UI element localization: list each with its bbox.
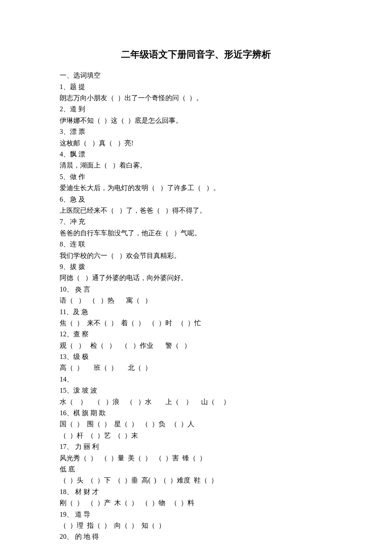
- item-header: 1、题 提: [60, 81, 332, 92]
- item-number: 20、: [60, 533, 73, 540]
- item-label: 道 导: [73, 511, 90, 518]
- item-header: 20、 的 地 得: [60, 531, 332, 542]
- page-title: 二年级语文下册同音字、形近字辨析: [60, 47, 332, 62]
- item-header: 2、道 到: [60, 104, 332, 115]
- item-header: 19、 道 导: [60, 509, 332, 520]
- item-header: 10、 炎 言: [60, 284, 332, 295]
- item-sentence: 这枚邮（ ）真（ ）亮!: [60, 138, 332, 149]
- item-sentence: 高（ ） 班（ ） 北（ ）: [60, 362, 332, 373]
- item-sentence: 爸爸的自行车车胎没气了，他正在（ ）气呢。: [60, 228, 332, 239]
- item-label: 棋 旗 期 欺: [73, 409, 106, 416]
- item-label: 做 作: [70, 173, 85, 180]
- item-label: 冲 充: [70, 218, 85, 225]
- item-number: 8、: [60, 240, 70, 248]
- item-sentence: 清晨，湖面上（ ）着白雾。: [60, 160, 332, 171]
- item-sentence: 伊琳娜不知（ ）这（ ）底是怎么回事。: [60, 115, 332, 126]
- item-label: 飘 漂: [70, 150, 85, 158]
- item-label: 及 急: [73, 308, 88, 315]
- item-header: 18、 材 财 才: [60, 486, 332, 497]
- item-label: 连 联: [70, 240, 85, 248]
- item-label: 炎 言: [73, 286, 90, 293]
- item-sentence: 低 底: [60, 464, 332, 475]
- item-label: 级 极: [73, 353, 89, 360]
- item-sentence: 观（ ） 检（ ） （ ）作业 警（ ）: [60, 340, 332, 351]
- item-header: 12、查 察: [60, 329, 332, 340]
- item-header: 4、飘 漂: [60, 149, 332, 160]
- item-number: 11、: [60, 308, 73, 315]
- item-header: 7、冲 充: [60, 216, 332, 227]
- item-header: 17、 力 丽 利: [60, 441, 332, 452]
- item-label: 泼 坡 波: [73, 387, 97, 394]
- item-label: 道 到: [70, 105, 85, 113]
- item-header: 11、及 急: [60, 306, 332, 318]
- item-header: 14、: [60, 374, 332, 385]
- item-number: 3、: [60, 128, 70, 135]
- item-sentence: （ ）理 指（ ） 向（ ） 知（ ）: [60, 520, 332, 531]
- item-header: 15、泼 坡 波: [60, 385, 332, 396]
- item-number: 6、: [60, 196, 70, 203]
- item-number: 18、: [60, 488, 73, 495]
- item-sentence: 我们学校的六一（ ）欢会节目真精彩。: [60, 250, 332, 261]
- item-label: 的 地 得: [73, 533, 99, 540]
- item-sentence: 水（ ） （ ）浪 （ ）水 上（ ） 山（ ）: [60, 396, 332, 408]
- item-sentence: 朗志万向小朋友（ ）出了一个奇怪的问（ ）。: [60, 92, 332, 104]
- item-header: 3、漂 票: [60, 126, 332, 137]
- item-number: 19、: [60, 511, 73, 518]
- item-sentence: 焦（ ） 来不（ ） 着（ ） （ ）时 （ ）忙: [60, 318, 332, 329]
- item-label: 查 察: [73, 330, 89, 338]
- item-number: 17、: [60, 443, 73, 450]
- item-number: 1、: [60, 83, 70, 90]
- item-sentence: （ ）杆 （ ）艺 （ ）末: [60, 430, 332, 441]
- item-label: 题 提: [70, 83, 85, 90]
- item-header: 8、连 联: [60, 239, 332, 250]
- item-number: 7、: [60, 218, 70, 225]
- item-number: 9、: [60, 263, 70, 270]
- item-label: 漂 票: [70, 128, 85, 135]
- item-number: 14、: [60, 376, 73, 383]
- item-number: 4、: [60, 150, 70, 158]
- item-sentence: 上医院已经来不（ ）了，爸爸（ ）得不得了。: [60, 205, 332, 216]
- items-container: 1、题 提朗志万向小朋友（ ）出了一个奇怪的问（ ）。2、道 到伊琳娜不知（ ）…: [60, 81, 332, 543]
- item-label: 急 及: [70, 196, 85, 203]
- item-header: 9、拔 拨: [60, 261, 332, 272]
- item-sentence: 国（ ） 围（ ） 星（ ） （ ）负 （ ）人: [60, 419, 332, 430]
- item-number: 2、: [60, 105, 70, 113]
- item-header: 5、做 作: [60, 171, 332, 182]
- item-number: 5、: [60, 173, 70, 180]
- worksheet-page: 二年级语文下册同音字、形近字辨析 一、选词填空 1、题 提朗志万向小朋友（ ）出…: [0, 0, 392, 555]
- item-sentence: 语（ ） （ ）热 寓（ ）: [60, 295, 332, 306]
- item-header: 16、棋 旗 期 欺: [60, 408, 332, 419]
- item-number: 13、: [60, 353, 73, 360]
- item-sentence: 阿德（ ）通了外婆的电话，向外婆问好。: [60, 272, 332, 283]
- item-number: 16、: [60, 409, 73, 416]
- item-number: 15、: [60, 387, 73, 394]
- item-sentence: 爱迪生长大后，为电灯的发明（ ）了许多工（ ）。: [60, 182, 332, 194]
- item-sentence: （ ）头 （ ）下 （ ）垂 高( ) （ ）难度 鞋（ ）: [60, 475, 332, 486]
- item-sentence: 刚（ ） （ ）产 木（ ） （ ）物 （ ）料: [60, 497, 332, 509]
- item-number: 10、: [60, 286, 73, 293]
- item-header: 6、急 及: [60, 194, 332, 205]
- item-label: 拔 拨: [70, 263, 85, 270]
- item-label: 材 财 才: [73, 488, 99, 495]
- section-heading: 一、选词填空: [60, 70, 332, 81]
- item-header: 13、级 极: [60, 351, 332, 362]
- item-sentence: 风光秀（ ） （ ）量 美（ ） （ ）害 锋（ ）: [60, 453, 332, 464]
- item-label: 力 丽 利: [73, 443, 99, 450]
- item-number: 12、: [60, 330, 73, 338]
